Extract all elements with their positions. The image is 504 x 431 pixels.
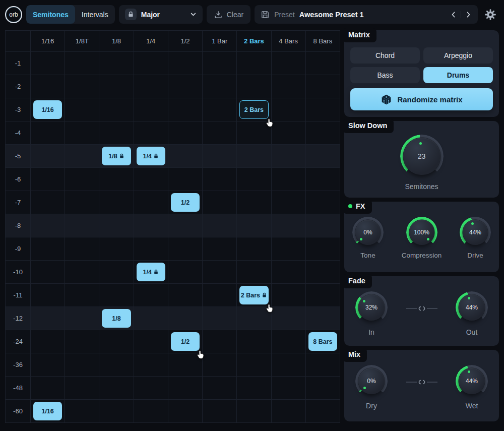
grid-cell[interactable]: [203, 261, 237, 284]
grid-cell[interactable]: [31, 168, 65, 191]
grid-cell[interactable]: 1/8: [99, 307, 134, 330]
grid-cell[interactable]: [203, 400, 237, 423]
randomize-matrix-button[interactable]: Randomize matrix: [350, 88, 493, 110]
grid-cell[interactable]: [306, 121, 340, 145]
prev-preset-button[interactable]: [450, 11, 457, 18]
grid-cell[interactable]: [99, 98, 134, 121]
column-header-1bar[interactable]: 1 Bar: [203, 31, 237, 52]
grid-cell[interactable]: [65, 284, 99, 307]
grid-cell[interactable]: [65, 75, 99, 98]
fade-out-knob[interactable]: 44%: [456, 291, 488, 324]
grid-cell[interactable]: [99, 261, 134, 284]
active-cell[interactable]: 1/8: [102, 309, 131, 328]
grid-cell[interactable]: [203, 330, 237, 353]
grid-cell[interactable]: [203, 191, 237, 214]
grid-cell[interactable]: [99, 75, 134, 98]
grid-cell[interactable]: 8 Bars: [306, 330, 340, 353]
grid-cell[interactable]: [134, 98, 168, 121]
column-header-18t[interactable]: 1/8T: [65, 31, 99, 52]
matrix-arpeggio-button[interactable]: Arpeggio: [423, 47, 493, 64]
grid-cell[interactable]: [203, 52, 237, 75]
grid-cell[interactable]: [99, 214, 134, 237]
grid-cell[interactable]: [306, 168, 340, 191]
grid-cell[interactable]: [168, 98, 203, 121]
active-cell[interactable]: 2 Bars: [239, 100, 268, 119]
grid-cell[interactable]: [272, 214, 306, 237]
grid-cell[interactable]: [272, 261, 306, 284]
grid-cell[interactable]: [99, 237, 134, 261]
grid-cell[interactable]: [237, 52, 271, 75]
grid-cell[interactable]: [237, 168, 271, 191]
grid-cell[interactable]: [237, 237, 271, 261]
grid-cell[interactable]: [203, 377, 237, 400]
grid-cell[interactable]: 1/2: [168, 330, 203, 353]
grid-cell[interactable]: [272, 377, 306, 400]
unlink-icon[interactable]: [406, 305, 438, 312]
grid-cell[interactable]: [203, 353, 237, 377]
column-header-8bars[interactable]: 8 Bars: [306, 31, 340, 52]
grid-cell[interactable]: [203, 121, 237, 145]
grid-cell[interactable]: 1/4: [134, 145, 168, 168]
grid-cell[interactable]: [272, 191, 306, 214]
grid-cell[interactable]: [272, 168, 306, 191]
fade-in-knob[interactable]: 32%: [355, 291, 388, 324]
grid-cell[interactable]: [99, 284, 134, 307]
dry-knob[interactable]: 0%: [355, 365, 388, 397]
grid-cell[interactable]: [306, 307, 340, 330]
grid-cell[interactable]: [306, 214, 340, 237]
grid-cell[interactable]: [65, 98, 99, 121]
grid-cell[interactable]: [272, 52, 306, 75]
grid-cell[interactable]: [31, 330, 65, 353]
grid-cell[interactable]: [306, 284, 340, 307]
grid-cell[interactable]: [203, 284, 237, 307]
grid-cell[interactable]: [65, 52, 99, 75]
column-header-18[interactable]: 1/8: [99, 31, 134, 52]
grid-cell[interactable]: 1/16: [31, 98, 65, 121]
grid-cell[interactable]: 1/2: [168, 191, 203, 214]
grid-cell[interactable]: [134, 330, 168, 353]
grid-cell[interactable]: [134, 121, 168, 145]
grid-cell[interactable]: [203, 145, 237, 168]
clear-button[interactable]: Clear: [207, 5, 250, 24]
grid-cell[interactable]: [31, 261, 65, 284]
grid-cell[interactable]: [203, 98, 237, 121]
grid-cell[interactable]: [65, 121, 99, 145]
grid-cell[interactable]: [272, 330, 306, 353]
grid-cell[interactable]: [168, 145, 203, 168]
grid-cell[interactable]: [65, 377, 99, 400]
grid-cell[interactable]: [99, 353, 134, 377]
grid-cell[interactable]: [203, 214, 237, 237]
grid-cell[interactable]: [272, 237, 306, 261]
grid-cell[interactable]: [306, 52, 340, 75]
active-cell[interactable]: 1/16: [33, 402, 62, 420]
grid-cell[interactable]: [272, 284, 306, 307]
grid-cell[interactable]: [237, 75, 271, 98]
grid-cell[interactable]: [272, 145, 306, 168]
grid-cell[interactable]: [31, 52, 65, 75]
grid-cell[interactable]: [134, 75, 168, 98]
grid-cell[interactable]: [65, 261, 99, 284]
drive-knob[interactable]: 44%: [460, 217, 491, 248]
active-cell[interactable]: 1/2: [171, 332, 200, 351]
grid-cell[interactable]: [99, 330, 134, 353]
grid-cell[interactable]: 1/4: [134, 261, 168, 284]
grid-cell[interactable]: [168, 284, 203, 307]
column-header-14[interactable]: 1/4: [134, 31, 168, 52]
matrix-bass-button[interactable]: Bass: [350, 67, 420, 83]
grid-cell[interactable]: [134, 52, 168, 75]
grid-cell[interactable]: [203, 168, 237, 191]
grid-cell[interactable]: 1/8: [99, 145, 134, 168]
grid-cell[interactable]: [306, 145, 340, 168]
column-header-4bars[interactable]: 4 Bars: [272, 31, 306, 52]
grid-cell[interactable]: [134, 168, 168, 191]
grid-cell[interactable]: [272, 307, 306, 330]
grid-cell[interactable]: [168, 261, 203, 284]
preset-bar[interactable]: Preset Awesome Preset 1: [255, 5, 478, 24]
active-cell[interactable]: 1/2: [171, 193, 200, 212]
grid-cell[interactable]: [272, 353, 306, 377]
grid-cell[interactable]: [272, 121, 306, 145]
grid-cell[interactable]: [203, 75, 237, 98]
grid-cell[interactable]: [306, 98, 340, 121]
grid-cell[interactable]: 1/16: [31, 400, 65, 423]
grid-cell[interactable]: [306, 191, 340, 214]
